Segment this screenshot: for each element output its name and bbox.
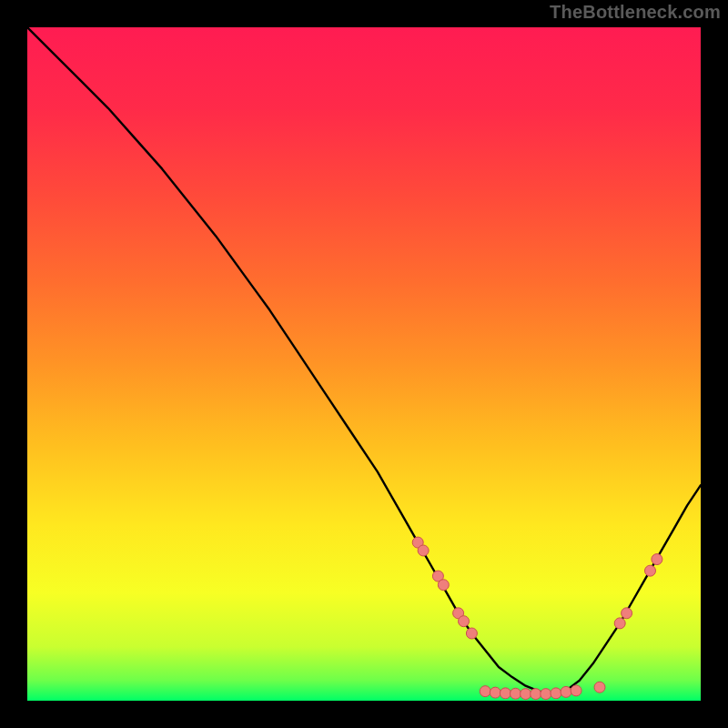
data-marker <box>418 545 429 556</box>
data-marker <box>511 688 521 699</box>
data-marker <box>645 565 656 576</box>
data-marker <box>594 682 605 693</box>
data-marker <box>541 689 551 700</box>
data-marker <box>531 689 541 700</box>
data-marker <box>490 687 500 698</box>
data-marker <box>521 689 531 700</box>
data-marker <box>551 688 561 699</box>
data-marker <box>480 686 490 697</box>
curve-layer <box>27 27 701 701</box>
chart-stage: TheBottleneck.com <box>0 0 728 728</box>
watermark-text: TheBottleneck.com <box>550 2 721 23</box>
data-marker <box>561 686 571 697</box>
bottleneck-curve <box>27 27 701 694</box>
data-marker <box>622 608 632 619</box>
data-marker <box>466 628 477 639</box>
data-marker <box>500 688 511 699</box>
data-marker <box>652 554 662 565</box>
data-marker <box>438 580 449 591</box>
data-marker <box>614 618 625 629</box>
data-marker <box>459 616 470 627</box>
data-marker <box>571 685 581 696</box>
plot-area <box>27 27 701 701</box>
